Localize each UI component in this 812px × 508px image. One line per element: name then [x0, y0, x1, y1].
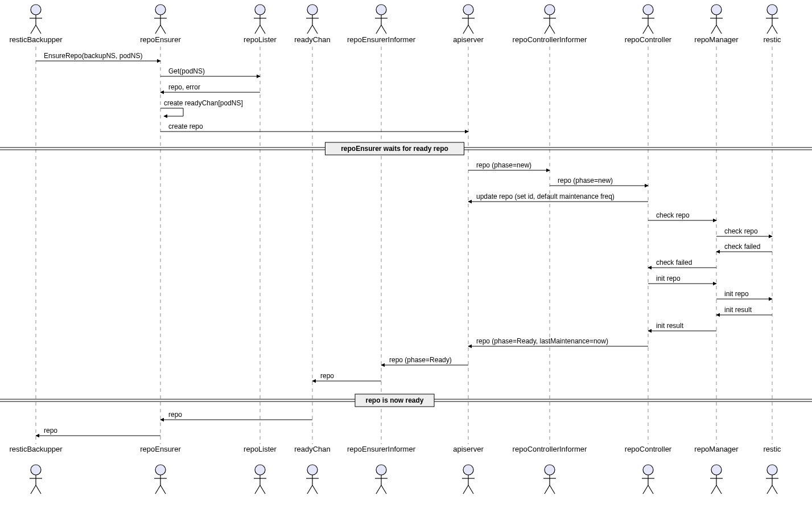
actor-label: repoControllerInformer — [513, 35, 587, 44]
svg-line-14 — [260, 25, 265, 34]
svg-line-78 — [463, 485, 468, 494]
svg-point-85 — [643, 465, 653, 475]
svg-point-95 — [767, 465, 777, 475]
svg-point-65 — [307, 465, 318, 475]
sequence-diagram: resticBackupperrepoEnsurerrepoListerread… — [0, 0, 812, 508]
svg-point-50 — [31, 465, 41, 475]
message-label: repo, error — [168, 83, 200, 91]
svg-line-83 — [545, 485, 550, 494]
svg-line-34 — [550, 25, 555, 34]
actor-repoLister: repoLister — [244, 445, 277, 494]
message: repo — [160, 411, 312, 420]
message-label: update repo (set id, default maintenance… — [476, 192, 615, 200]
svg-point-20 — [376, 5, 386, 15]
message-label: create repo — [168, 122, 203, 130]
actor-repoControllerInformer: repoControllerInformer — [513, 445, 587, 494]
svg-point-55 — [155, 465, 166, 475]
actor-apiserver: apiserver — [453, 5, 484, 44]
message: repo (phase=new) — [550, 177, 648, 186]
message: init repo — [648, 275, 716, 284]
divider-label: repo is now ready — [365, 396, 423, 404]
svg-line-48 — [767, 25, 772, 34]
message-label: check failed — [656, 259, 692, 267]
svg-point-15 — [307, 5, 318, 15]
message: repo — [36, 427, 160, 436]
actor-label: repoController — [625, 445, 672, 453]
message: Get(podNS) — [160, 67, 260, 76]
svg-line-13 — [255, 25, 260, 34]
actor-repoEnsurerInformer: repoEnsurerInformer — [347, 5, 416, 44]
svg-line-64 — [260, 485, 265, 494]
message: check repo — [648, 211, 716, 220]
message: check failed — [716, 243, 772, 252]
svg-line-43 — [711, 25, 716, 34]
svg-line-79 — [468, 485, 473, 494]
actor-repoController: repoController — [625, 445, 672, 494]
svg-line-54 — [36, 485, 41, 494]
svg-line-89 — [648, 485, 653, 494]
svg-line-28 — [463, 25, 468, 34]
svg-point-0 — [31, 5, 41, 15]
actor-restic: restic — [763, 5, 781, 44]
svg-line-38 — [643, 25, 648, 34]
message-label: check repo — [656, 211, 690, 219]
svg-line-98 — [767, 485, 772, 494]
actor-restic: restic — [763, 445, 781, 494]
svg-point-70 — [376, 465, 386, 475]
svg-point-90 — [711, 465, 722, 475]
message-label: repo (phase=Ready, lastMaintenance=now) — [476, 337, 608, 345]
svg-line-93 — [711, 485, 716, 494]
svg-line-49 — [772, 25, 777, 34]
actor-repoEnsurer: repoEnsurer — [140, 445, 181, 494]
svg-line-58 — [155, 485, 160, 494]
svg-line-4 — [36, 25, 41, 34]
message-label: EnsureRepo(backupNS, podNS) — [44, 52, 142, 60]
divider: repoEnsurer waits for ready repo — [0, 142, 812, 155]
actor-repoEnsurerInformer: repoEnsurerInformer — [347, 445, 416, 494]
svg-point-10 — [255, 5, 265, 15]
actor-label: restic — [763, 35, 781, 44]
actor-label: repoEnsurer — [140, 445, 181, 453]
actor-label: readyChan — [294, 35, 331, 44]
message-label: repo (phase=Ready) — [389, 356, 452, 364]
svg-line-23 — [376, 25, 381, 34]
svg-point-5 — [155, 5, 166, 15]
message: create readyChan[podNS] — [160, 99, 243, 116]
actor-label: repoEnsurerInformer — [347, 35, 416, 44]
actor-label: repoManager — [694, 35, 739, 44]
actor-repoManager: repoManager — [694, 445, 739, 494]
svg-line-24 — [381, 25, 386, 34]
svg-line-39 — [648, 25, 653, 34]
actor-label: repoLister — [244, 445, 277, 453]
svg-point-45 — [767, 5, 777, 15]
svg-line-68 — [307, 485, 312, 494]
svg-point-75 — [463, 465, 473, 475]
actor-repoControllerInformer: repoControllerInformer — [513, 5, 587, 44]
svg-line-29 — [468, 25, 473, 34]
svg-line-18 — [307, 25, 312, 34]
message-label: Get(podNS) — [168, 67, 205, 75]
svg-line-63 — [255, 485, 260, 494]
actor-repoLister: repoLister — [244, 5, 277, 44]
actor-label: readyChan — [294, 445, 331, 453]
actor-readyChan: readyChan — [294, 445, 331, 494]
svg-point-60 — [255, 465, 265, 475]
svg-line-9 — [160, 25, 166, 34]
message-label: init repo — [724, 290, 749, 298]
message: EnsureRepo(backupNS, podNS) — [36, 52, 160, 61]
svg-line-88 — [643, 485, 648, 494]
svg-point-30 — [545, 5, 555, 15]
message: init repo — [716, 290, 772, 299]
actor-readyChan: readyChan — [294, 5, 331, 44]
actor-apiserver: apiserver — [453, 445, 484, 494]
svg-line-74 — [381, 485, 386, 494]
svg-point-35 — [643, 5, 653, 15]
message-label: check failed — [724, 243, 760, 251]
actor-label: repoLister — [244, 35, 277, 44]
actor-label: repoController — [625, 35, 672, 44]
svg-line-44 — [716, 25, 722, 34]
svg-line-84 — [550, 485, 555, 494]
message-label: repo (phase=new) — [476, 161, 531, 169]
message-label: repo — [320, 372, 334, 380]
actor-label: restic — [763, 445, 781, 453]
